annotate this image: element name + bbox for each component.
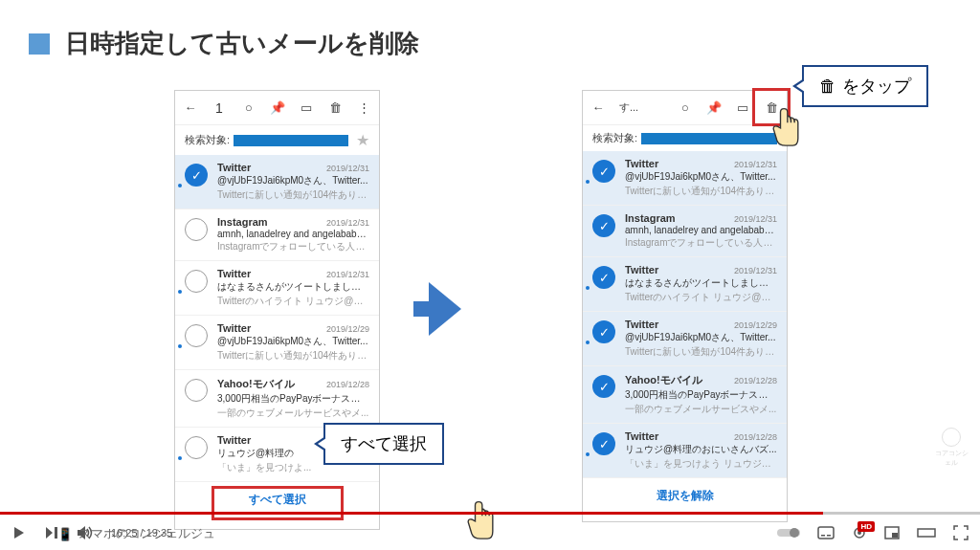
email-preview: Instagramでフォローしている人の...: [625, 236, 777, 250]
email-row[interactable]: ✓Yahoo!モバイル2019/12/283,000円相当のPayPayボーナス…: [583, 366, 787, 424]
svg-point-1: [790, 528, 799, 538]
email-checkbox[interactable]: ✓: [592, 375, 615, 398]
search-label: 検索対象:: [592, 131, 637, 145]
email-body: Instagram2019/12/31amnh, lanadelrey and …: [217, 216, 369, 253]
trash-icon[interactable]: 🗑: [327, 100, 343, 116]
title-square-icon: [29, 33, 50, 55]
email-preview: 「いま」を見つけよう リュウジ@...: [625, 457, 777, 471]
email-row[interactable]: Instagram2019/12/31amnh, lanadelrey and …: [175, 209, 379, 261]
pin-icon[interactable]: 📌: [706, 100, 722, 116]
email-checkbox[interactable]: ✓: [592, 432, 615, 455]
email-body: Twitter2019/12/29@vjUbF19Jai6kpM0さん、Twit…: [217, 322, 369, 363]
email-preview: Instagramでフォローしている人の...: [217, 240, 369, 253]
play-button[interactable]: [11, 525, 27, 540]
circle-icon[interactable]: ○: [678, 100, 693, 116]
email-checkbox[interactable]: [185, 436, 208, 459]
slide-title-section: 日時指定して古いメールを削除: [29, 27, 419, 60]
email-date: 2019/12/29: [734, 320, 777, 330]
email-body: Twitter2019/12/28リュウジ@料理のおにいさんバズ...「いま」を…: [625, 430, 777, 471]
email-sender: Twitter: [625, 264, 658, 275]
email-row[interactable]: ✓Twitter2019/12/31はなまるさんがツイートしました:...Twi…: [583, 257, 787, 312]
email-row[interactable]: Twitter2019/12/29@vjUbF19Jai6kpM0さん、Twit…: [175, 316, 379, 370]
more-icon[interactable]: ⋮: [356, 100, 371, 116]
email-row[interactable]: Twitter2019/12/31はなまるさんがツイートしました:...Twit…: [175, 261, 379, 316]
search-row: 検索対象: ★: [175, 125, 379, 155]
settings-button[interactable]: HD: [852, 525, 867, 540]
email-row[interactable]: ✓Instagram2019/12/31amnh, lanadelrey and…: [583, 206, 787, 257]
email-checkbox[interactable]: [185, 379, 208, 402]
email-row[interactable]: ✓Twitter2019/12/31@vjUbF19Jai6kpM0さん、Twi…: [583, 151, 787, 206]
archive-icon[interactable]: ▭: [735, 100, 750, 116]
email-body: Yahoo!モバイル2019/12/283,000円相当のPayPayボーナスラ…: [217, 377, 369, 420]
email-subject: @vjUbF19Jai6kpM0さん、Twitter...: [217, 174, 369, 187]
email-date: 2019/12/31: [326, 164, 369, 173]
theater-button[interactable]: [917, 526, 936, 539]
miniplayer-button[interactable]: [884, 526, 900, 539]
email-sender: Twitter: [625, 430, 658, 442]
unread-dot-icon: [178, 290, 182, 294]
email-checkbox[interactable]: ✓: [592, 160, 615, 183]
email-date: 2019/12/31: [326, 218, 369, 228]
unread-dot-icon: [586, 452, 590, 456]
email-row[interactable]: ✓Twitter2019/12/28リュウジ@料理のおにいさんバズ...「いま」…: [583, 424, 787, 478]
unread-dot-icon: [178, 456, 182, 460]
email-subject: 3,000円相当のPayPayボーナスライ...: [625, 388, 777, 402]
search-row: 検索対象:: [583, 125, 787, 151]
progress-bar[interactable]: [0, 512, 980, 515]
email-body: Instagram2019/12/31amnh, lanadelrey and …: [625, 212, 777, 250]
email-row[interactable]: Yahoo!モバイル2019/12/283,000円相当のPayPayボーナスラ…: [175, 370, 379, 428]
slide-title: 日時指定して古いメールを削除: [65, 27, 419, 60]
email-checkbox[interactable]: ✓: [592, 320, 615, 343]
callout-text: をタップ: [842, 75, 911, 98]
email-row[interactable]: ✓Twitter2019/12/29@vjUbF19Jai6kpM0さん、Twi…: [583, 312, 787, 366]
email-subject: @vjUbF19Jai6kpM0さん、Twitter...: [625, 331, 777, 344]
email-body: Twitter2019/12/31@vjUbF19Jai6kpM0さん、Twit…: [625, 158, 777, 198]
star-icon[interactable]: ★: [356, 131, 369, 149]
email-preview: Twitterのハイライト リュウジ@料...: [217, 295, 369, 308]
search-bar[interactable]: [234, 135, 348, 146]
email-body: Twitter2019/12/31はなまるさんがツイートしました:...Twit…: [625, 264, 777, 304]
pointer-hand-icon: [768, 105, 804, 147]
toolbar-text: す...: [619, 100, 638, 115]
captions-button[interactable]: [817, 526, 835, 539]
email-body: Yahoo!モバイル2019/12/283,000円相当のPayPayボーナスラ…: [625, 373, 777, 416]
callout-text: すべて選択: [341, 434, 427, 453]
email-body: Twitter2019/12/29@vjUbF19Jai6kpM0さん、Twit…: [625, 319, 777, 359]
svg-rect-9: [918, 529, 935, 537]
email-subject: amnh, lanadelrey and angelababyct...: [217, 229, 369, 239]
svg-rect-4: [827, 535, 831, 537]
email-row[interactable]: ✓Twitter2019/12/31@vjUbF19Jai6kpM0さん、Twi…: [175, 155, 379, 209]
deselect-button[interactable]: 選択を解除: [583, 478, 787, 514]
email-preview: Twitterのハイライト リュウジ@料...: [625, 291, 777, 304]
channel-brand: 📱スマホのコンシェルジュ: [57, 525, 215, 542]
search-bar[interactable]: [641, 133, 777, 144]
autoplay-toggle[interactable]: [777, 527, 800, 539]
email-checkbox[interactable]: ✓: [592, 214, 615, 237]
email-checkbox[interactable]: ✓: [185, 164, 208, 187]
svg-rect-8: [892, 533, 898, 538]
svg-rect-2: [818, 527, 834, 539]
fullscreen-button[interactable]: [953, 525, 969, 540]
email-checkbox[interactable]: [185, 324, 208, 347]
trash-can-icon: 🗑: [819, 77, 836, 97]
email-checkbox[interactable]: [185, 218, 208, 241]
unread-dot-icon: [178, 344, 182, 348]
email-list-right: ✓Twitter2019/12/31@vjUbF19Jai6kpM0さん、Twi…: [583, 151, 787, 478]
email-body: Twitter2019/12/31はなまるさんがツイートしました:...Twit…: [217, 268, 369, 308]
transition-arrow-icon: [429, 282, 461, 336]
back-arrow-icon[interactable]: ←: [183, 100, 198, 116]
email-sender: Twitter: [625, 158, 658, 169]
email-preview: Twitterに新しい通知が104件ありま...: [217, 188, 369, 202]
circle-icon[interactable]: ○: [241, 100, 256, 116]
email-preview: Twitterに新しい通知が104件ありま...: [625, 185, 777, 198]
archive-icon[interactable]: ▭: [299, 100, 314, 116]
email-sender: Instagram: [217, 216, 268, 228]
email-subject: 3,000円相当のPayPayボーナスライ...: [217, 392, 369, 406]
email-checkbox[interactable]: [185, 270, 208, 293]
email-sender: Twitter: [217, 322, 251, 334]
pin-icon[interactable]: 📌: [270, 100, 285, 116]
back-arrow-icon[interactable]: ←: [590, 100, 606, 116]
email-checkbox[interactable]: ✓: [592, 266, 615, 289]
email-sender: Instagram: [625, 212, 676, 224]
email-date: 2019/12/28: [326, 380, 369, 389]
